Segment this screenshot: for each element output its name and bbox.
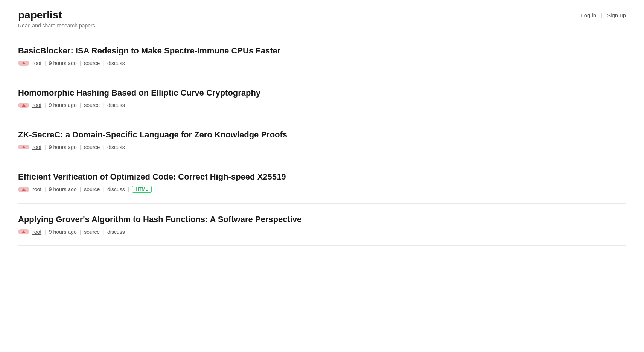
upvote-arrow-icon xyxy=(22,104,26,107)
paper-author[interactable]: root xyxy=(32,144,41,150)
paper-title[interactable]: BasicBlocker: ISA Redesign to Make Spect… xyxy=(18,46,626,56)
upvote-arrow-icon xyxy=(22,230,26,233)
meta-sep-2: | xyxy=(80,102,81,108)
vote-button[interactable] xyxy=(18,61,29,66)
paper-meta: root|9 hours ago|source|discuss xyxy=(18,144,626,150)
paper-item: Applying Grover's Algorithm to Hash Func… xyxy=(18,204,626,246)
paper-title[interactable]: ZK-SecreC: a Domain-Specific Language fo… xyxy=(18,130,626,140)
meta-sep-3: | xyxy=(103,186,104,192)
meta-sep-2: | xyxy=(80,144,81,150)
paper-source-link[interactable]: source xyxy=(84,60,100,66)
paper-discuss-link[interactable]: discuss xyxy=(107,60,125,66)
meta-sep-1: | xyxy=(44,60,46,66)
paper-time: 9 hours ago xyxy=(49,102,77,108)
paper-discuss-link[interactable]: discuss xyxy=(107,186,125,192)
upvote-arrow-icon xyxy=(22,188,26,191)
paper-title[interactable]: Efficient Verification of Optimized Code… xyxy=(18,172,626,183)
paper-source-link[interactable]: source xyxy=(84,102,100,108)
paper-meta: root|9 hours ago|source|discuss|HTML xyxy=(18,186,626,193)
site-title[interactable]: paperlist xyxy=(18,9,95,21)
meta-sep-2: | xyxy=(80,60,81,66)
meta-sep-1: | xyxy=(44,144,46,150)
paper-author[interactable]: root xyxy=(32,102,41,108)
upvote-arrow-icon xyxy=(22,62,26,64)
meta-sep-4: | xyxy=(128,186,129,192)
meta-sep-2: | xyxy=(80,229,81,235)
meta-sep-3: | xyxy=(103,229,104,235)
header-branding: paperlist Read and share research papers xyxy=(18,9,95,29)
paper-source-link[interactable]: source xyxy=(84,186,100,192)
meta-sep-3: | xyxy=(103,102,104,108)
paper-author[interactable]: root xyxy=(32,60,41,66)
paper-meta: root|9 hours ago|source|discuss xyxy=(18,60,626,66)
vote-button[interactable] xyxy=(18,145,29,149)
login-link[interactable]: Log in xyxy=(581,12,596,18)
auth-divider: | xyxy=(601,12,602,18)
paper-source-link[interactable]: source xyxy=(84,229,100,235)
paper-time: 9 hours ago xyxy=(49,229,77,235)
vote-button[interactable] xyxy=(18,103,29,108)
meta-sep-1: | xyxy=(44,102,46,108)
paper-item: ZK-SecreC: a Domain-Specific Language fo… xyxy=(18,119,626,161)
meta-sep-2: | xyxy=(80,186,81,192)
header-auth: Log in | Sign up xyxy=(581,9,626,18)
paper-time: 9 hours ago xyxy=(49,144,77,150)
meta-sep-1: | xyxy=(44,229,46,235)
vote-button[interactable] xyxy=(18,229,29,234)
meta-sep-3: | xyxy=(103,144,104,150)
site-header: paperlist Read and share research papers… xyxy=(0,0,644,35)
paper-discuss-link[interactable]: discuss xyxy=(107,144,125,150)
vote-button[interactable] xyxy=(18,187,29,192)
meta-sep-1: | xyxy=(44,186,46,192)
paper-item: Homomorphic Hashing Based on Elliptic Cu… xyxy=(18,77,626,119)
paper-time: 9 hours ago xyxy=(49,60,77,66)
paper-item: BasicBlocker: ISA Redesign to Make Spect… xyxy=(18,35,626,77)
paper-author[interactable]: root xyxy=(32,229,41,235)
meta-sep-3: | xyxy=(103,60,104,66)
paper-time: 9 hours ago xyxy=(49,186,77,192)
paper-source-link[interactable]: source xyxy=(84,144,100,150)
signup-link[interactable]: Sign up xyxy=(607,12,626,18)
paper-list: BasicBlocker: ISA Redesign to Make Spect… xyxy=(0,35,644,246)
paper-meta: root|9 hours ago|source|discuss xyxy=(18,229,626,235)
paper-title[interactable]: Applying Grover's Algorithm to Hash Func… xyxy=(18,214,626,225)
html-badge[interactable]: HTML xyxy=(132,186,151,193)
site-tagline: Read and share research papers xyxy=(18,23,95,29)
paper-author[interactable]: root xyxy=(32,186,41,192)
paper-discuss-link[interactable]: discuss xyxy=(107,102,125,108)
paper-title[interactable]: Homomorphic Hashing Based on Elliptic Cu… xyxy=(18,88,626,99)
upvote-arrow-icon xyxy=(22,146,26,148)
paper-meta: root|9 hours ago|source|discuss xyxy=(18,102,626,108)
paper-discuss-link[interactable]: discuss xyxy=(107,229,125,235)
paper-item: Efficient Verification of Optimized Code… xyxy=(18,161,626,204)
